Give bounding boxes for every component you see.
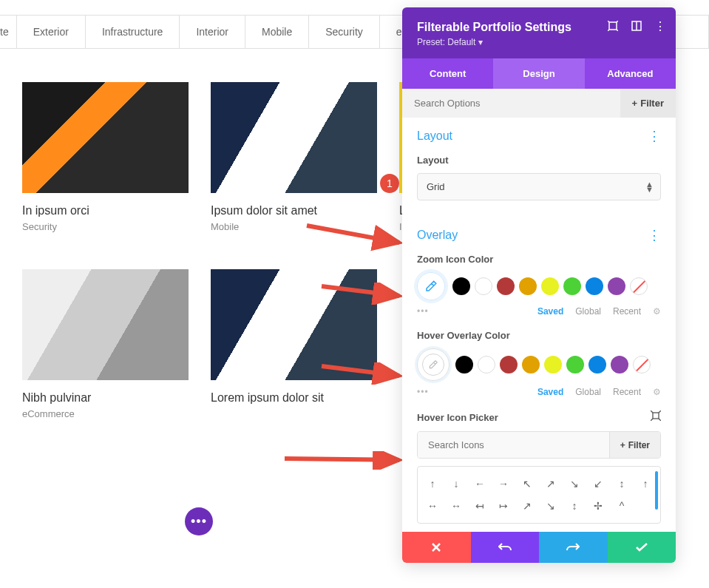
icon-option[interactable]: ↕ [610,473,634,495]
overlay-section: Overlay ⋮ Zoom Icon Color ••• S [402,211,676,532]
icon-search-input[interactable] [418,432,609,458]
more-dots-icon[interactable]: ••• [417,387,526,397]
tab-content[interactable]: Content [402,58,493,89]
section-title[interactable]: Overlay [417,229,458,242]
icon-option[interactable]: ← [468,473,492,495]
global-link[interactable]: Global [575,306,601,317]
saved-link[interactable]: Saved [537,306,563,317]
color-swatch[interactable] [541,277,559,295]
color-swatch[interactable] [455,356,473,374]
icon-option[interactable]: ↘ [539,495,563,517]
gear-icon[interactable]: ⚙ [653,387,661,397]
icon-option[interactable]: ↓ [444,473,468,495]
icon-option[interactable]: ✢ [586,495,610,517]
icon-option[interactable]: ↔ [421,495,444,517]
save-button[interactable] [608,532,676,563]
tab-advanced[interactable]: Advanced [585,58,676,89]
color-swatch[interactable] [522,356,540,374]
color-swatch[interactable] [608,277,625,295]
portfolio-item[interactable]: Lorem ipsum dolor sit [211,269,377,419]
color-swatch[interactable] [586,277,603,295]
expand-target-icon[interactable] [651,410,661,424]
color-swatch-none[interactable] [630,277,648,295]
color-swatch[interactable] [475,277,492,295]
snap-icon[interactable] [631,21,642,31]
filter-tab[interactable]: te [0,16,17,48]
icon-option[interactable]: ↑ [421,473,444,495]
panel-body: Layout ⋮ Layout Grid ▲▼ Overlay ⋮ Zoom I… [402,118,676,532]
icon-option[interactable]: ↑ [634,473,657,495]
color-swatch[interactable] [563,277,581,295]
icon-option[interactable]: ↔ [444,495,468,517]
color-swatch[interactable] [500,356,518,374]
recent-link[interactable]: Recent [613,306,641,317]
portfolio-item[interactable]: In ipsum orci Security [22,82,189,232]
icon-option[interactable]: ↖ [515,473,539,495]
icon-option[interactable]: ↘ [563,473,586,495]
filter-button[interactable]: +Filter [620,89,676,118]
filter-tab[interactable]: Exterior [17,16,86,48]
svg-rect-7 [653,413,659,419]
color-swatch-none[interactable] [633,356,651,374]
color-swatch[interactable] [611,356,628,374]
expand-icon[interactable] [608,21,618,31]
icon-option[interactable]: ↕ [563,495,586,517]
color-swatch[interactable] [519,277,537,295]
portfolio-image [211,269,377,380]
icon-option[interactable]: ↗ [515,495,539,517]
color-swatch[interactable] [588,356,606,374]
svg-line-3 [285,459,399,460]
section-menu-icon[interactable]: ⋮ [648,227,661,243]
color-swatch[interactable] [452,277,470,295]
icon-option[interactable] [634,495,657,517]
global-link[interactable]: Global [575,387,601,397]
redo-button[interactable] [539,532,608,563]
portfolio-title: Nibh pulvinar [22,391,189,405]
eyedropper-button[interactable] [417,348,450,381]
portfolio-item[interactable]: Nibh pulvinar eCommerce [22,269,189,419]
icon-option[interactable]: ↗ [539,473,563,495]
icon-filter-button[interactable]: +Filter [609,432,660,458]
recent-link[interactable]: Recent [613,387,641,397]
section-menu-icon[interactable]: ⋮ [648,128,661,144]
filter-tab[interactable]: Infrastructure [86,16,180,48]
filter-tab[interactable]: Security [309,16,380,48]
portfolio-item[interactable]: Ipsum dolor sit amet Mobile [211,82,377,232]
panel-tabs: Content Design Advanced [402,58,676,89]
portfolio-image [211,82,377,193]
preset-selector[interactable]: Preset: Default▾ [417,37,483,47]
section-title[interactable]: Layout [417,129,452,143]
settings-panel: Filterable Portfolio Settings Preset: De… [402,7,676,563]
color-swatch[interactable] [566,356,584,374]
icon-option[interactable]: ↦ [492,495,515,517]
panel-header: Filterable Portfolio Settings Preset: De… [402,7,676,58]
hover-color-row [417,348,661,381]
cancel-button[interactable] [402,532,471,563]
icon-option[interactable]: ↤ [468,495,492,517]
icon-option[interactable]: ^ [610,495,634,517]
tab-design[interactable]: Design [493,58,584,89]
search-row: +Filter [402,89,676,118]
color-swatch[interactable] [478,356,495,374]
scrollbar[interactable] [655,471,658,510]
eyedropper-button[interactable] [417,272,445,300]
search-input[interactable] [402,89,620,118]
color-swatch[interactable] [497,277,515,295]
icon-search-row: +Filter [417,431,661,459]
portfolio-category: Mobile [211,221,377,232]
filter-tab[interactable]: Interior [180,16,245,48]
color-swatch[interactable] [544,356,562,374]
saved-link[interactable]: Saved [537,387,563,397]
module-fab[interactable]: ••• [185,507,213,535]
kebab-menu-icon[interactable]: ⋮ [655,21,665,31]
undo-button[interactable] [471,532,540,563]
layout-select[interactable]: Grid [417,173,661,200]
panel-footer [402,532,676,563]
filter-tab[interactable]: Mobile [245,16,309,48]
gear-icon[interactable]: ⚙ [653,306,661,317]
more-dots-icon[interactable]: ••• [417,306,526,317]
portfolio-title: Ipsum dolor sit amet [211,204,377,217]
icon-option[interactable]: → [492,473,515,495]
icon-option[interactable]: ↙ [586,473,610,495]
hover-icon-picker-label: Hover Icon Picker [417,412,498,423]
